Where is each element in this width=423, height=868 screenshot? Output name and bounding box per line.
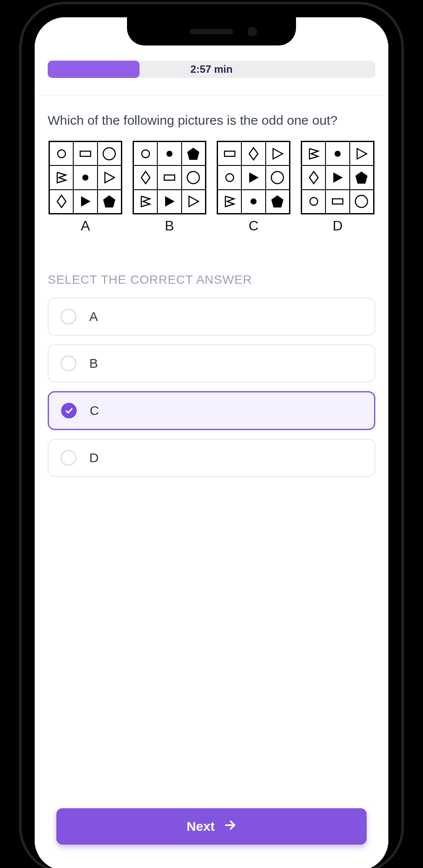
divider [35, 95, 388, 96]
svg-marker-32 [355, 172, 368, 184]
triangle-f-icon [73, 190, 97, 214]
flag-o-icon [133, 190, 157, 214]
svg-point-4 [82, 175, 88, 181]
svg-point-33 [310, 198, 318, 205]
phone-screen-bezel: 2:57 min Which of the following pictures… [35, 17, 388, 868]
triangle-f-icon [241, 165, 265, 189]
svg-marker-26 [271, 195, 283, 207]
svg-marker-6 [57, 195, 66, 207]
flag-o-icon [302, 142, 325, 165]
pentagon-f-icon [98, 190, 121, 214]
svg-marker-20 [273, 149, 283, 159]
grid-label: A [81, 218, 90, 234]
arrow-right-icon [224, 819, 237, 835]
triangle-o-icon [98, 165, 121, 189]
svg-rect-34 [332, 199, 343, 204]
options-list: ABCD [48, 298, 375, 486]
answer-option-a[interactable]: A [48, 298, 375, 336]
radio-unchecked-icon [61, 450, 76, 466]
svg-point-14 [187, 172, 199, 184]
dot-icon [157, 142, 181, 165]
grid-label: C [248, 218, 258, 234]
svg-point-28 [335, 151, 341, 157]
svg-point-0 [58, 150, 65, 158]
phone-frame: 2:57 min Which of the following pictures… [22, 4, 401, 868]
answer-option-c[interactable]: C [48, 391, 375, 430]
question-text: Which of the following pictures is the o… [48, 113, 375, 128]
grid-option-c: C [216, 141, 291, 234]
flag-o-icon [218, 190, 241, 214]
svg-marker-22 [249, 172, 259, 183]
progress-bar: 2:57 min [48, 61, 375, 78]
check-icon [61, 403, 77, 418]
option-label: C [90, 403, 99, 418]
select-answer-title: SELECT THE CORRECT ANSWER [48, 273, 375, 287]
svg-marker-8 [103, 195, 115, 207]
shape-grid [133, 141, 206, 214]
timer-label: 2:57 min [48, 61, 375, 78]
circle-o-icon [302, 190, 325, 214]
radio-unchecked-icon [61, 309, 76, 324]
option-label: A [89, 309, 98, 324]
svg-point-9 [142, 150, 150, 158]
circle-o-icon [49, 142, 73, 165]
dot-icon [73, 165, 97, 189]
svg-marker-17 [189, 196, 198, 207]
grid-label: D [332, 218, 342, 234]
circle-big-o-icon [350, 190, 374, 214]
svg-marker-12 [141, 172, 150, 184]
svg-point-35 [355, 195, 368, 207]
svg-marker-30 [309, 172, 318, 184]
triangle-o-icon [266, 142, 290, 165]
grid-label: B [165, 218, 174, 234]
pentagon-f-icon [350, 165, 374, 189]
dot-icon [325, 142, 349, 165]
circle-o-icon [133, 142, 157, 165]
svg-marker-29 [357, 149, 367, 159]
svg-point-23 [271, 172, 283, 184]
svg-rect-13 [164, 175, 175, 180]
svg-marker-16 [165, 196, 175, 207]
front-camera [247, 27, 257, 36]
flag-o-icon [49, 165, 73, 189]
rect-o-icon [73, 142, 97, 165]
circle-big-o-icon [182, 165, 205, 189]
diamond-o-icon [302, 165, 325, 189]
option-label: D [89, 450, 99, 465]
rect-o-icon [218, 142, 241, 165]
svg-rect-1 [80, 151, 91, 156]
grid-option-a: A [48, 141, 123, 234]
diamond-o-icon [133, 165, 157, 189]
circle-big-o-icon [98, 142, 121, 165]
answer-option-d[interactable]: D [48, 439, 375, 477]
rect-o-icon [157, 165, 181, 189]
pentagon-f-icon [182, 142, 205, 165]
svg-point-10 [166, 151, 172, 157]
answer-option-b[interactable]: B [48, 344, 375, 382]
triangle-o-icon [182, 190, 205, 214]
svg-point-25 [251, 198, 257, 204]
radio-unchecked-icon [61, 356, 76, 371]
svg-marker-31 [333, 172, 343, 183]
triangle-o-icon [350, 142, 374, 165]
app-screen: 2:57 min Which of the following pictures… [35, 17, 388, 868]
grid-option-d: D [300, 141, 375, 234]
spacer [48, 486, 375, 808]
option-label: B [89, 356, 98, 371]
triangle-f-icon [325, 165, 349, 189]
shape-grid [49, 141, 122, 214]
svg-marker-11 [187, 148, 199, 160]
svg-point-21 [226, 174, 234, 181]
diamond-o-icon [49, 190, 73, 214]
circle-big-o-icon [266, 165, 290, 189]
svg-marker-7 [81, 196, 91, 207]
phone-notch [127, 17, 296, 45]
svg-marker-19 [249, 148, 258, 160]
grid-option-b: B [132, 141, 207, 234]
next-button[interactable]: Next [56, 808, 367, 845]
dot-icon [241, 190, 265, 214]
rect-o-icon [325, 190, 349, 214]
circle-o-icon [218, 165, 241, 189]
next-button-label: Next [186, 819, 215, 834]
svg-rect-18 [225, 151, 235, 156]
